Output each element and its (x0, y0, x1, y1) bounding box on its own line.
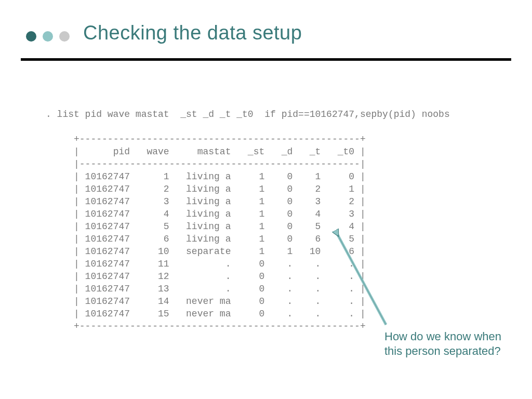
table-row: | 10162747 1 living a 1 0 1 0 | (74, 171, 366, 182)
bullet-icon (59, 31, 70, 42)
command-line: . list pid wave mastat _st _d _t _t0 if … (46, 109, 450, 119)
horizontal-rule (21, 58, 511, 61)
table-row: | 10162747 12 . 0 . . . | (74, 271, 366, 282)
table-row: | 10162747 6 living a 1 0 6 5 | (74, 234, 366, 244)
table-row: | 10162747 5 living a 1 0 5 4 | (74, 221, 366, 232)
title-bullets (26, 31, 70, 42)
table-row: | 10162747 13 . 0 . . . | (74, 284, 366, 294)
table-header: | pid wave mastat _st _d _t _t0 | (74, 147, 366, 157)
bullet-icon (43, 31, 53, 42)
annotation-line: How do we know when (384, 330, 501, 343)
page-title: Checking the data setup (83, 22, 302, 44)
slide: Checking the data setup . list pid wave … (0, 0, 532, 399)
table-row: | 10162747 4 living a 1 0 4 3 | (74, 209, 366, 219)
bullet-icon (26, 31, 36, 42)
annotation-line: this person separated? (384, 344, 501, 357)
table-row: | 10162747 15 never ma 0 . . . | (74, 309, 366, 319)
table-row: | 10162747 3 living a 1 0 3 2 | (74, 196, 366, 207)
table-header-sep: |---------------------------------------… (74, 159, 366, 169)
table-border: +---------------------------------------… (74, 321, 366, 331)
table-row: | 10162747 10 separate 1 1 10 6 | (74, 246, 366, 257)
table-row: | 10162747 2 living a 1 0 2 1 | (74, 184, 366, 194)
table-row: | 10162747 11 . 0 . . . | (74, 259, 366, 269)
stata-output: . list pid wave mastat _st _d _t _t0 if … (46, 108, 450, 332)
table-border: +---------------------------------------… (74, 134, 366, 144)
annotation-text: How do we know when this person separate… (384, 329, 501, 358)
table-row: | 10162747 14 never ma 0 . . . | (74, 296, 366, 307)
